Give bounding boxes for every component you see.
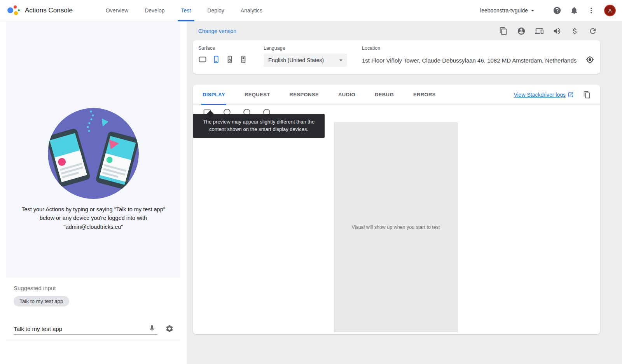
results-card: DISPLAY REQUEST RESPONSE AUDIO DEBUG ERR… xyxy=(193,85,600,334)
tab-errors[interactable]: ERRORS xyxy=(404,85,446,105)
test-illustration xyxy=(47,108,139,199)
chevron-down-icon xyxy=(529,7,536,14)
simulator-canvas: Test your Actions by typing or saying "T… xyxy=(6,21,180,278)
surface-options xyxy=(198,55,264,64)
billing-icon[interactable] xyxy=(568,24,582,38)
language-label: Language xyxy=(264,45,362,51)
app-header: Actions Console Overview Develop Test De… xyxy=(0,0,622,21)
tab-audio[interactable]: AUDIO xyxy=(328,85,365,105)
refresh-icon[interactable] xyxy=(585,24,600,38)
preview-tooltip: The preview may appear slightly differen… xyxy=(193,114,325,138)
speaker-surface-icon[interactable] xyxy=(225,55,234,64)
nav-test[interactable]: Test xyxy=(173,0,199,21)
display-tab-content: The preview may appear slightly differen… xyxy=(193,105,600,334)
visual-preview-area: Visual will show up when you start to te… xyxy=(334,122,458,332)
preview-placeholder: Visual will show up when you start to te… xyxy=(352,225,440,230)
app-title: Actions Console xyxy=(25,7,73,14)
chevron-down-icon xyxy=(337,56,345,64)
location-label: Location xyxy=(362,45,595,51)
user-avatar[interactable]: A xyxy=(604,5,616,16)
simulator-input-row xyxy=(14,324,179,335)
devices-icon[interactable] xyxy=(532,24,547,38)
assistant-logo-icon xyxy=(6,3,20,17)
nav-deploy[interactable]: Deploy xyxy=(199,0,232,21)
my-location-icon[interactable] xyxy=(585,55,595,66)
nav-analytics[interactable]: Analytics xyxy=(232,0,271,21)
kaios-phone-surface-icon[interactable] xyxy=(239,55,248,64)
header-actions: leeboonstra-tvguide A xyxy=(480,3,616,18)
surface-label: Surface xyxy=(198,45,264,51)
nav-overview[interactable]: Overview xyxy=(98,0,136,21)
simulator-input-area: Suggested input Talk to my test app xyxy=(6,278,180,335)
language-value: English (United States) xyxy=(268,57,337,63)
simulator-instructions: Test your Actions by typing or saying "T… xyxy=(6,205,180,231)
account-icon[interactable] xyxy=(514,24,529,38)
language-select[interactable]: English (United States) xyxy=(264,54,347,67)
change-version-link[interactable]: Change version xyxy=(198,28,236,34)
open-in-new-icon xyxy=(568,92,574,98)
top-nav: Overview Develop Test Deploy Analytics xyxy=(98,0,271,21)
notifications-icon[interactable] xyxy=(567,3,582,18)
more-options-icon[interactable] xyxy=(584,3,599,18)
smart-display-surface-icon[interactable] xyxy=(198,55,207,64)
tab-request[interactable]: REQUEST xyxy=(235,85,280,105)
suggestion-chip[interactable]: Talk to my test app xyxy=(14,296,69,307)
surface-settings-card: Surface xyxy=(193,40,600,74)
location-value[interactable]: 1st Floor Viñoly Tower, Claude Debussyla… xyxy=(362,57,585,64)
stackdriver-logs-label: View Stackdriver logs xyxy=(514,92,566,98)
simulator-panel: Test your Actions by typing or saying "T… xyxy=(0,21,187,364)
tab-display[interactable]: DISPLAY xyxy=(193,85,235,105)
tab-response[interactable]: RESPONSE xyxy=(280,85,328,105)
results-tabbar: DISPLAY REQUEST RESPONSE AUDIO DEBUG ERR… xyxy=(193,85,600,105)
help-icon[interactable] xyxy=(550,3,564,18)
phone-surface-icon[interactable] xyxy=(212,55,220,64)
copy-icon[interactable] xyxy=(496,24,511,38)
copy-display-icon[interactable] xyxy=(580,88,594,102)
settings-gear-icon[interactable] xyxy=(165,324,174,335)
mic-icon[interactable] xyxy=(147,324,157,333)
suggested-input-label: Suggested input xyxy=(14,285,179,291)
simulator-input[interactable] xyxy=(14,326,147,332)
test-workspace: Change version xyxy=(187,21,622,364)
tab-debug[interactable]: DEBUG xyxy=(365,85,404,105)
nav-develop[interactable]: Develop xyxy=(136,0,173,21)
volume-icon[interactable] xyxy=(550,24,564,38)
workspace-toolbar: Change version xyxy=(193,21,600,40)
project-name: leeboonstra-tvguide xyxy=(480,7,528,14)
project-selector[interactable]: leeboonstra-tvguide xyxy=(480,7,536,14)
stackdriver-logs-link[interactable]: View Stackdriver logs xyxy=(514,92,574,98)
